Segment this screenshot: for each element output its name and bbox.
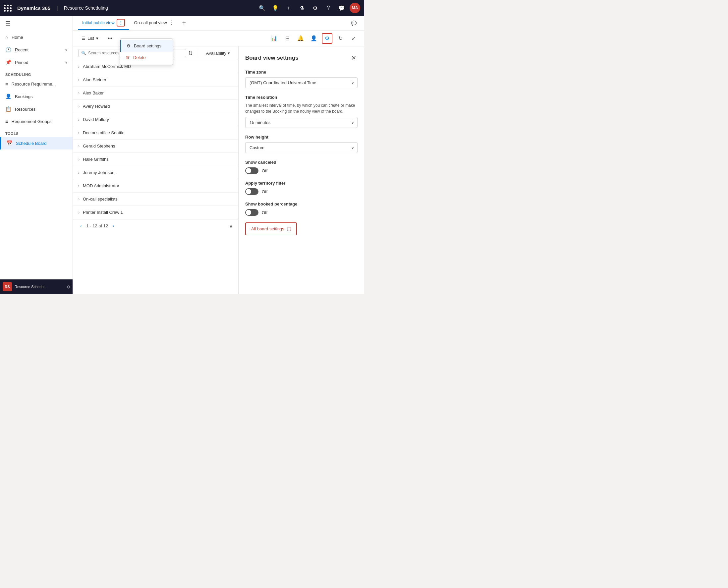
help-icon[interactable]: ? [323, 3, 334, 13]
alert-icon-button[interactable]: 🔔 [295, 33, 306, 44]
list-item[interactable]: › MOD Administrator [73, 179, 238, 193]
close-settings-button[interactable]: ✕ [350, 53, 358, 63]
row-chevron-icon: › [78, 197, 80, 202]
resource-icon-button[interactable]: 👤 [308, 33, 319, 44]
timezone-select[interactable]: (GMT) Coordinated Universal Time [245, 77, 358, 88]
list-item[interactable]: › David Mallory [73, 113, 238, 126]
diamond-icon: ◇ [67, 285, 70, 289]
pagination-label: 1 - 12 of 12 [86, 224, 108, 228]
list-item[interactable]: › Alan Steiner [73, 73, 238, 86]
row-chevron-icon: › [78, 210, 80, 215]
time-resolution-select-wrapper: 15 minutes 30 minutes 1 hour 2 hours ∨ [245, 117, 358, 128]
context-menu-board-settings[interactable]: ⚙ Board settings [120, 40, 173, 52]
report-icon-button[interactable]: 📊 [269, 33, 279, 44]
chat-icon[interactable]: 💬 [336, 3, 347, 13]
row-height-select[interactable]: Custom Small Medium Large [245, 142, 358, 153]
tab-bar: Initial public view ⋮ On-call pool view … [73, 16, 364, 30]
user-avatar[interactable]: MA [349, 3, 360, 13]
next-page-button[interactable]: › [111, 223, 116, 229]
time-resolution-select[interactable]: 15 minutes 30 minutes 1 hour 2 hours [245, 117, 358, 128]
waffle-icon[interactable] [4, 5, 12, 12]
nav-divider: | [57, 5, 59, 12]
board-view-settings-panel: Board view settings ✕ Time zone (GMT) Co… [238, 46, 364, 294]
search-icon[interactable]: 🔍 [257, 3, 267, 13]
lightbulb-icon[interactable]: 💡 [270, 3, 281, 13]
show-canceled-section: Show canceled Off [245, 160, 358, 174]
list-item[interactable]: › Halle Griffiths [73, 153, 238, 166]
sidebar-item-home[interactable]: ⌂ Home [0, 31, 72, 43]
row-chevron-icon: › [78, 91, 80, 96]
hamburger-button[interactable]: ☰ [0, 16, 72, 31]
groups-icon: ≡ [5, 119, 8, 124]
row-height-label: Row height [245, 134, 358, 140]
availability-button[interactable]: Availability ▾ [204, 49, 233, 57]
toggle-knob [246, 210, 251, 215]
expand-icon-button[interactable]: ⤢ [348, 33, 359, 44]
sidebar-item-pinned[interactable]: 📌 Pinned ∨ [0, 56, 72, 69]
resource-list-area: 🔍 ⇅ Availability ▾ › Abraham McCormick M… [73, 46, 238, 294]
row-chevron-icon: › [78, 144, 80, 148]
row-chevron-icon: › [78, 104, 80, 109]
add-tab-button[interactable]: + [179, 18, 189, 28]
context-menu-delete[interactable]: 🗑 Delete [120, 52, 173, 63]
list-item[interactable]: › Printer Install Crew 1 [73, 206, 238, 219]
list-item[interactable]: › On-call specialists [73, 193, 238, 206]
list-icon: ≡ [5, 81, 8, 87]
resource-name: Printer Install Crew 1 [83, 210, 123, 215]
apply-territory-toggle-row: Off [245, 188, 358, 195]
gear-icon[interactable]: ⚙ [310, 3, 320, 13]
tab-oncall-pool-view[interactable]: On-call pool view ⋮ [130, 17, 178, 29]
sort-icon[interactable]: ⇅ [188, 50, 193, 56]
sidebar: ☰ ⌂ Home 🕐 Recent ∨ 📌 Pinned ∨ Schedulin… [0, 16, 73, 294]
tab-initial-public-view[interactable]: Initial public view ⋮ [78, 16, 129, 30]
settings-icon-button[interactable]: ⚙ [322, 33, 333, 44]
list-item[interactable]: › Alex Baker [73, 86, 238, 100]
resource-name: Alex Baker [83, 90, 104, 96]
collapse-icon[interactable]: ∧ [229, 224, 233, 229]
tab-more-icon[interactable]: ⋮ [169, 20, 174, 26]
list-item[interactable]: › Doctor's office Seattle [73, 126, 238, 140]
time-resolution-label: Time resolution [245, 95, 358, 100]
show-canceled-toggle[interactable] [245, 167, 258, 174]
sidebar-item-label: Resource Requireme... [12, 82, 56, 86]
list-icon: ☰ [82, 36, 85, 41]
sidebar-item-resources[interactable]: 📋 Resources [0, 103, 72, 115]
prev-page-button[interactable]: ‹ [78, 223, 84, 229]
sidebar-item-label: Home [12, 35, 23, 40]
tab-menu-icon[interactable]: ⋮ [116, 19, 125, 26]
more-options-button[interactable]: ••• [104, 34, 116, 43]
sidebar-item-req-groups[interactable]: ≡ Requirement Groups [0, 115, 72, 128]
sidebar-item-recent[interactable]: 🕐 Recent ∨ [0, 43, 72, 56]
pin-icon: 📌 [5, 59, 12, 65]
list-item[interactable]: › Jeremy Johnson [73, 166, 238, 179]
timezone-select-wrapper: (GMT) Coordinated Universal Time ∨ [245, 77, 358, 88]
context-menu-item-label: Board settings [134, 43, 162, 48]
add-icon[interactable]: ＋ [283, 3, 294, 13]
content-area: Initial public view ⋮ On-call pool view … [73, 16, 364, 294]
sidebar-item-label: Requirement Groups [12, 119, 52, 124]
list-item[interactable]: › Gerald Stephens [73, 140, 238, 153]
resource-name: Avery Howard [83, 104, 110, 109]
context-menu: ⚙ Board settings 🗑 Delete [120, 39, 173, 65]
show-booked-toggle[interactable] [245, 209, 258, 216]
resource-name: Gerald Stephens [83, 144, 115, 148]
apply-territory-toggle[interactable] [245, 188, 258, 195]
resource-name: Doctor's office Seattle [83, 130, 125, 135]
scheduling-section-label: Scheduling [0, 69, 72, 78]
sidebar-item-resource-req[interactable]: ≡ Resource Requireme... [0, 78, 72, 90]
apply-territory-label: Apply territory filter [245, 181, 358, 186]
row-chevron-icon: › [78, 78, 80, 82]
all-board-settings-button[interactable]: All board settings ⬚ [245, 223, 297, 235]
list-item[interactable]: › Avery Howard [73, 100, 238, 113]
filter-icon[interactable]: ⚗ [297, 3, 307, 13]
toggle-knob [246, 189, 251, 194]
gantt-icon-button[interactable]: ⊟ [282, 33, 293, 44]
sidebar-item-schedule-board[interactable]: 📅 Schedule Board [0, 137, 72, 149]
tools-section-label: Tools [0, 128, 72, 137]
refresh-icon-button[interactable]: ↻ [335, 33, 346, 44]
time-resolution-desc: The smallest interval of time, by which … [245, 102, 358, 114]
brand-name[interactable]: Dynamics 365 [17, 5, 50, 11]
sidebar-item-bookings[interactable]: 👤 Bookings [0, 90, 72, 103]
list-view-button[interactable]: ☰ List ▾ [78, 34, 102, 43]
chat-panel-icon[interactable]: 💬 [348, 18, 359, 28]
